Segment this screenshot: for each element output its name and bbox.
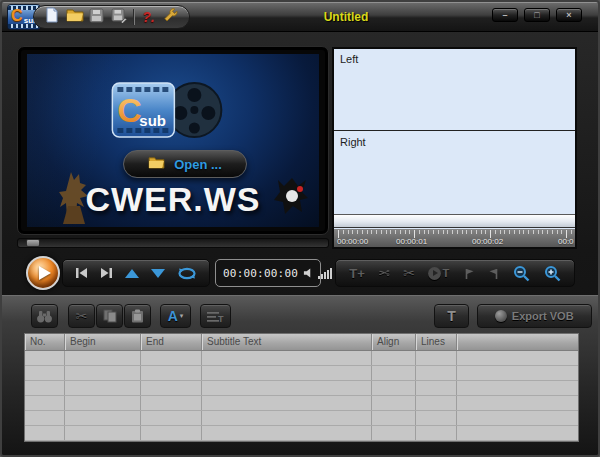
table-cell (457, 411, 578, 425)
svg-text:C: C (117, 91, 142, 129)
column-header-subtitle[interactable]: Subtitle Text (202, 334, 372, 350)
previous-frame-button[interactable] (75, 267, 88, 279)
open-project-button[interactable] (65, 7, 83, 27)
time-display: 00:00:00:00 (215, 259, 321, 287)
open-video-button[interactable]: Open ... (123, 150, 247, 178)
next-marker-button[interactable] (488, 267, 500, 280)
svg-text:T: T (218, 314, 224, 323)
column-header-blank (457, 334, 578, 350)
table-row[interactable] (25, 381, 578, 396)
previous-marker-button[interactable] (463, 267, 475, 280)
marker-right-flag-icon (488, 267, 500, 280)
timeline-ruler[interactable]: 00:00:00 00:00:01 00:00:02 00:0 (334, 229, 575, 247)
film-reel-icon (167, 83, 221, 137)
step-down-button[interactable] (151, 269, 165, 278)
subtitle-table: No. Begin End Subtitle Text Align Lines (24, 333, 579, 442)
font-button[interactable]: A ▾ (160, 304, 191, 328)
open-button-label: Open ... (174, 157, 222, 172)
timecode-value: 00:00:00:00 (223, 267, 298, 280)
table-cell (25, 426, 65, 440)
maximize-button[interactable]: □ (524, 8, 550, 22)
table-cell (141, 351, 202, 365)
new-file-icon (45, 7, 59, 27)
app-window: C sub (0, 0, 600, 457)
volume-control[interactable] (318, 267, 332, 279)
table-row[interactable] (25, 366, 578, 381)
table-cell (457, 381, 578, 395)
table-row[interactable] (25, 411, 578, 426)
save-as-button[interactable] (110, 7, 128, 27)
table-cell (202, 426, 372, 440)
svg-text:sub: sub (139, 112, 166, 129)
zoom-out-icon (513, 265, 530, 282)
table-cell (202, 396, 372, 410)
open-folder-icon (148, 155, 165, 173)
record-dot-icon (495, 310, 507, 322)
down-arrow-icon (151, 269, 165, 278)
table-row[interactable] (25, 426, 578, 441)
column-header-align[interactable]: Align (372, 334, 416, 350)
export-vob-button[interactable]: Export VOB (477, 304, 592, 328)
t-squares-icon: T (447, 308, 456, 324)
column-header-lines[interactable]: Lines (416, 334, 457, 350)
paste-button[interactable] (124, 304, 151, 328)
new-project-button[interactable] (43, 7, 61, 27)
zoom-out-button[interactable] (513, 265, 530, 282)
waveform-right-channel[interactable]: Right (334, 132, 575, 214)
right-channel-label: Right (340, 136, 366, 148)
play-circle-icon (428, 267, 441, 280)
copy-button[interactable] (96, 304, 123, 328)
column-header-no[interactable]: No. (25, 334, 65, 350)
timeline-label: 00:00:02 (472, 237, 503, 246)
add-subtitle-button[interactable]: T+ (349, 266, 365, 281)
cut-button[interactable]: ✂ (68, 304, 95, 328)
find-button[interactable] (31, 304, 58, 328)
table-cell (372, 381, 416, 395)
toolbar-separator (133, 9, 134, 25)
video-seek-slider[interactable] (17, 238, 329, 248)
line-format-button[interactable]: T (200, 304, 231, 328)
set-begin-cut-button[interactable]: ✂ (378, 266, 390, 280)
window-title: Untitled (324, 10, 369, 24)
table-cell (202, 381, 372, 395)
waveform-scrollbar[interactable] (334, 214, 575, 228)
table-row[interactable] (25, 396, 578, 411)
play-button[interactable] (26, 256, 60, 290)
table-cell (202, 411, 372, 425)
column-header-end[interactable]: End (141, 334, 202, 350)
table-cell (141, 426, 202, 440)
table-cell (65, 426, 141, 440)
subtitle-section: ✂ A ▾ T T Export VOB No. Begin End (2, 295, 598, 455)
table-cell (141, 381, 202, 395)
play-subtitle-t-label: T (442, 267, 449, 279)
table-cell (65, 351, 141, 365)
table-cell (202, 351, 372, 365)
settings-button[interactable] (162, 7, 180, 27)
table-cell (372, 426, 416, 440)
waveform-left-channel[interactable]: Left (334, 49, 575, 131)
speaker-icon (303, 264, 313, 282)
table-row[interactable] (25, 351, 578, 366)
next-frame-button[interactable] (100, 267, 113, 279)
show-subtitle-button[interactable]: T (434, 304, 469, 328)
save-button[interactable] (88, 7, 106, 27)
window-controls: – □ × (492, 8, 582, 22)
table-cell (457, 366, 578, 380)
table-cell (372, 396, 416, 410)
paste-clipboard-icon (131, 309, 144, 323)
help-button[interactable]: ?. (139, 7, 157, 27)
table-cell (65, 411, 141, 425)
table-cell (416, 351, 457, 365)
zoom-in-button[interactable] (544, 265, 561, 282)
seek-slider-thumb[interactable] (26, 239, 40, 247)
column-header-begin[interactable]: Begin (65, 334, 141, 350)
transport-bar (62, 259, 210, 287)
step-up-button[interactable] (125, 269, 139, 278)
scissors-left-icon: ✂ (378, 266, 390, 280)
loop-playback-button[interactable] (177, 267, 197, 280)
scissors-icon: ✂ (76, 309, 88, 323)
play-subtitle-button[interactable]: T (428, 267, 449, 280)
close-button[interactable]: × (556, 8, 582, 22)
set-end-cut-button[interactable]: ✂ (403, 266, 415, 280)
minimize-button[interactable]: – (492, 8, 518, 22)
